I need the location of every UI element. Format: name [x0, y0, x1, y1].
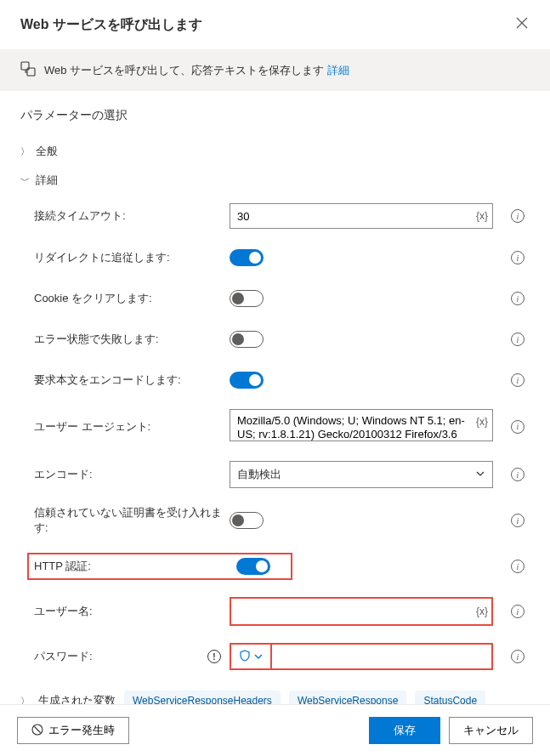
section-general-label: 全般: [36, 144, 58, 159]
chevron-down-icon: [475, 469, 485, 481]
parameters-heading: パラメーターの選択: [20, 108, 530, 123]
web-service-icon: [20, 61, 36, 79]
info-icon[interactable]: i: [511, 468, 524, 481]
info-icon[interactable]: i: [511, 209, 524, 223]
fail-on-error-label: エラー状態で失敗します:: [34, 332, 230, 347]
username-label: ユーザー名:: [34, 604, 230, 619]
info-icon[interactable]: i: [511, 251, 524, 264]
section-advanced[interactable]: ﹀ 詳細: [20, 166, 530, 195]
password-secret-picker[interactable]: [230, 643, 493, 670]
info-icon[interactable]: i: [511, 514, 524, 527]
fail-on-error-toggle[interactable]: [230, 331, 264, 348]
chevron-down-icon: [254, 651, 263, 663]
password-input[interactable]: [272, 643, 493, 670]
info-icon[interactable]: i: [511, 420, 524, 434]
error-icon: [31, 724, 43, 738]
encoding-value: 自動検出: [237, 467, 281, 482]
info-icon[interactable]: i: [511, 333, 524, 346]
cancel-button[interactable]: キャンセル: [449, 717, 533, 744]
encoding-select[interactable]: 自動検出: [230, 461, 493, 488]
encode-body-toggle[interactable]: [230, 372, 264, 389]
save-button[interactable]: 保存: [369, 717, 440, 744]
close-button[interactable]: [511, 14, 533, 36]
warning-icon: !: [207, 650, 221, 663]
info-icon[interactable]: i: [511, 373, 524, 387]
timeout-input[interactable]: [230, 203, 493, 229]
on-error-button[interactable]: エラー発生時: [17, 717, 129, 744]
encode-body-label: 要求本文をエンコードします:: [34, 372, 230, 388]
clear-cookies-toggle[interactable]: [230, 290, 264, 307]
chevron-right-icon: 〉: [20, 145, 29, 158]
http-auth-label: HTTP 認証:: [34, 559, 236, 574]
user-agent-label: ユーザー エージェント:: [34, 419, 230, 435]
password-label: パスワード:: [34, 649, 93, 664]
banner-details-link[interactable]: 詳細: [327, 64, 349, 77]
follow-redirect-toggle[interactable]: [230, 249, 264, 266]
username-input[interactable]: [230, 597, 493, 626]
accept-untrusted-label: 信頼されていない証明書を受け入れます:: [34, 505, 230, 536]
info-icon[interactable]: i: [511, 605, 524, 618]
section-general[interactable]: 〉 全般: [20, 137, 530, 166]
password-credential-picker[interactable]: [230, 643, 272, 670]
info-icon[interactable]: i: [511, 292, 524, 305]
user-agent-input[interactable]: [230, 409, 493, 441]
chevron-down-icon: ﹀: [20, 174, 29, 187]
http-auth-toggle[interactable]: [236, 558, 270, 575]
shield-icon: [239, 650, 251, 664]
encoding-label: エンコード:: [34, 467, 230, 482]
follow-redirect-label: リダイレクトに追従します:: [34, 250, 230, 265]
info-banner: Web サービスを呼び出して、応答テキストを保存します 詳細: [0, 49, 550, 91]
info-icon[interactable]: i: [511, 560, 524, 573]
clear-cookies-label: Cookie をクリアします:: [34, 291, 230, 306]
timeout-label: 接続タイムアウト:: [34, 208, 230, 224]
accept-untrusted-toggle[interactable]: [230, 512, 264, 529]
banner-text: Web サービスを呼び出して、応答テキストを保存します: [44, 64, 327, 77]
info-icon[interactable]: i: [511, 650, 524, 663]
on-error-label: エラー発生時: [48, 723, 115, 738]
dialog-title: Web サービスを呼び出します: [20, 16, 202, 34]
svg-line-5: [35, 726, 41, 732]
section-advanced-label: 詳細: [36, 173, 58, 188]
